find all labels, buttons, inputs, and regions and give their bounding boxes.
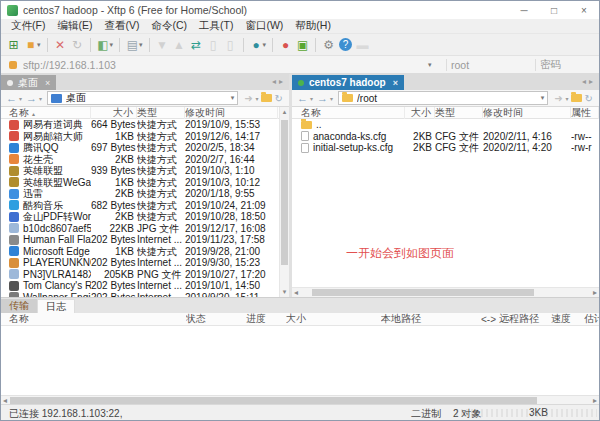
menu-item[interactable]: 命令(C) (145, 19, 193, 33)
new-folder-icon[interactable] (261, 94, 272, 102)
file-row[interactable]: 迅雷 2KB 快捷方式 2020/1/18, 9:55 (1, 188, 278, 200)
scroll-down-icon[interactable]: ▾ (280, 288, 289, 296)
sync-sphere-icon[interactable]: ●▾ (248, 36, 269, 54)
separator[interactable]: ▾ (90, 38, 91, 52)
column-header-remotepath[interactable]: 远程路径 (499, 312, 551, 326)
minimize-button[interactable]: ─ (509, 2, 539, 19)
separator[interactable]: ▾ (243, 38, 244, 52)
file-row[interactable]: Human Fall Flat 202 Bytes Internet ... 2… (1, 234, 278, 246)
column-header-date[interactable]: 修改时间 (483, 107, 571, 119)
column-header-eta[interactable]: 估计剩余 (584, 312, 600, 326)
column-header-speed[interactable]: 速度 (551, 312, 584, 326)
file-row[interactable]: 腾讯QQ 697 Bytes 快捷方式 2020/2/5, 18:34 (1, 142, 278, 154)
file-row[interactable]: 花生壳 2KB 快捷方式 2020/2/7, 16:44 (1, 154, 278, 166)
file-row[interactable]: PLAYERUNKNOWN'... 202 Bytes Internet ...… (1, 257, 278, 269)
scroll-left-icon[interactable]: ◂ (294, 288, 298, 297)
remote-horizontal-scrollbar[interactable]: ◂ ▸ (292, 287, 599, 297)
file-row[interactable]: initial-setup-ks.cfg 2KB CFG 文件 2020/2/1… (292, 142, 599, 154)
queue-doc2-icon[interactable]: ▯▾ (222, 36, 239, 54)
file-row[interactable]: 英雄联盟WeGame版 1KB 快捷方式 2019/10/3, 10:12 (1, 177, 278, 189)
xmanager-icon[interactable]: ▣▾ (294, 36, 311, 54)
scrollbar-thumb[interactable] (281, 120, 288, 265)
column-header-name[interactable]: 名称 (301, 107, 405, 119)
upload-icon[interactable]: ▲▾ (171, 36, 188, 54)
feedback-icon[interactable]: ▬▾ (354, 36, 371, 54)
reconnect-icon[interactable]: ↻▾ (69, 36, 86, 54)
forward-icon[interactable]: → (315, 92, 330, 104)
file-row[interactable]: 酷狗音乐 682 Bytes 快捷方式 2019/10/24, 21:09 (1, 200, 278, 212)
column-header-attr[interactable]: 属性 (571, 107, 599, 119)
download-icon[interactable]: ▼▾ (154, 36, 171, 54)
layout-view-icon[interactable]: ▤▾ (124, 36, 145, 54)
separator[interactable]: ▾ (149, 38, 150, 52)
tab-centos7-hadoop[interactable]: centos7 hadoop × (292, 75, 404, 90)
close-button[interactable]: × (569, 2, 599, 19)
scroll-right-icon[interactable]: ▸ (593, 288, 597, 297)
menu-item[interactable]: 查看(V) (98, 19, 145, 33)
column-header-name[interactable]: 名称 (9, 312, 186, 326)
menu-item[interactable]: 文件(F) (5, 19, 51, 33)
refresh-icon[interactable]: ↻ (582, 93, 596, 104)
file-row[interactable]: PN3]VLRA148X53[X... 205KB PNG 文件 2019/10… (1, 269, 278, 281)
column-header-status[interactable]: 状态 (186, 312, 246, 326)
file-row[interactable]: .. (292, 119, 599, 131)
scroll-up-icon[interactable]: ▴ (280, 108, 289, 116)
menu-item[interactable]: 窗口(W) (239, 19, 289, 33)
tab-close-icon[interactable]: × (393, 78, 398, 88)
back-icon[interactable]: ← (4, 92, 19, 104)
tab-transfer[interactable]: 传输 (1, 299, 37, 313)
combo-dropdown-icon[interactable]: ▾ (231, 94, 235, 102)
settings-gear-icon[interactable]: ⚙▾ (320, 36, 337, 54)
maximize-button[interactable]: □ (539, 2, 569, 19)
column-header-date[interactable]: 修改时间 (185, 107, 278, 119)
column-header-type[interactable]: 类型 (137, 107, 185, 119)
go-options-icon[interactable]: ▾ (566, 95, 571, 102)
forward-icon[interactable]: → (24, 92, 39, 104)
column-header-size[interactable]: 大小 (405, 107, 435, 119)
column-header-direction[interactable]: <-> (481, 314, 499, 325)
tab-scroll-arrows[interactable]: ◂▸ (272, 77, 286, 86)
go-icon[interactable]: ➜ (241, 93, 255, 104)
menu-item[interactable]: 工具(T) (193, 19, 239, 33)
local-path-combobox[interactable]: 桌面 ▾ (47, 91, 238, 105)
forward-history-icon[interactable]: ▾ (330, 95, 335, 102)
xshell-icon[interactable]: ●▾ (277, 36, 294, 54)
column-header-type[interactable]: 类型 (435, 107, 483, 119)
separator[interactable]: ▾ (47, 38, 48, 52)
open-new-window-icon[interactable]: ◧▾ (95, 36, 116, 54)
help-icon[interactable]: ?▾ (337, 36, 354, 54)
file-row[interactable]: 英雄联盟 939 Bytes 快捷方式 2019/10/3, 1:10 (1, 165, 278, 177)
scrollbar-thumb[interactable] (10, 397, 537, 404)
go-icon[interactable]: ➜ (551, 93, 565, 104)
transfer-icon[interactable]: ⇄▾ (188, 36, 205, 54)
password-field[interactable]: 密码 (540, 58, 599, 72)
column-header-name[interactable]: 名称▴ (9, 107, 91, 119)
separator[interactable]: ▾ (119, 38, 120, 52)
remote-path-combobox[interactable]: /root ▾ (338, 91, 548, 105)
address-dropdown-icon[interactable]: ▾ (428, 61, 442, 69)
transfer-horizontal-scrollbar[interactable]: ◂ ▸ (1, 395, 599, 404)
tab-scroll-arrows[interactable]: ◂▸ (582, 77, 596, 86)
separator[interactable]: ▾ (315, 38, 316, 52)
open-session-folder-icon[interactable]: ■▾ (22, 36, 43, 54)
file-row[interactable]: 网易有道词典 664 Bytes 快捷方式 2019/10/9, 15:53 (1, 119, 278, 131)
combo-dropdown-icon[interactable]: ▾ (541, 94, 545, 102)
menu-item[interactable]: 编辑(E) (51, 19, 98, 33)
go-options-icon[interactable]: ▾ (256, 95, 261, 102)
new-folder-icon[interactable] (571, 94, 582, 102)
file-row[interactable]: Wallpaper Engine 202 Bytes Internet ... … (1, 292, 278, 298)
new-session-icon[interactable]: ⊞▾ (5, 36, 22, 54)
username-field[interactable]: root (451, 59, 531, 71)
column-header-progress[interactable]: 进度 (246, 312, 286, 326)
disconnect-icon[interactable]: ✕▾ (52, 36, 69, 54)
file-row[interactable]: b10dc8607aef55a8... 22KB JPG 文件 2019/12/… (1, 223, 278, 235)
queue-doc-icon[interactable]: ▯▾ (205, 36, 222, 54)
tab-desktop[interactable]: 桌面 × (1, 75, 56, 90)
local-vertical-scrollbar[interactable]: ▴ ▾ (279, 107, 289, 297)
column-header-size[interactable]: 大小 (286, 312, 381, 326)
tab-log[interactable]: 日志 (37, 299, 75, 313)
forward-history-icon[interactable]: ▾ (39, 95, 44, 102)
file-row[interactable]: 网易邮箱大师 1KB 快捷方式 2019/12/6, 14:17 (1, 131, 278, 143)
file-row[interactable]: Microsoft Edge 1KB 快捷方式 2019/9/28, 21:00 (1, 246, 278, 258)
separator[interactable]: ▾ (272, 38, 273, 52)
